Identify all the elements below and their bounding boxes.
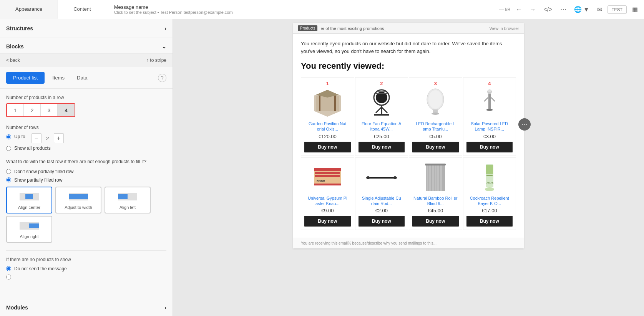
svg-rect-50 xyxy=(486,175,493,176)
tab-content[interactable]: Content xyxy=(58,0,106,19)
email-top-bar: Products er of the most exciting promoti… xyxy=(293,23,524,34)
email-footer: You are receiving this email% because/de… xyxy=(293,238,524,248)
rows-setting: Number of rows Up to − 2 + Show all prod… xyxy=(6,125,166,151)
product-name-5[interactable]: Universal Gypsum Pl aster Knau... xyxy=(304,195,351,207)
stepper-decrement[interactable]: − xyxy=(32,133,41,143)
show-partial-label: Show partially filled row xyxy=(14,177,62,183)
main-layout: Structures › Blocks ⌄ < back ↑ to stripe… xyxy=(0,19,644,316)
tab-help-button[interactable]: ? xyxy=(158,74,166,82)
up-to-radio[interactable] xyxy=(6,134,11,139)
dont-show-radio[interactable] xyxy=(6,169,11,174)
product-cell-8: ATLAS Cockroach Repellent Bayer K-O... €… xyxy=(463,157,516,230)
modules-section[interactable]: Modules › xyxy=(0,299,173,316)
no-product-2-radio[interactable] xyxy=(6,275,11,280)
svg-rect-43 xyxy=(432,164,434,191)
align-center-card[interactable]: Align center xyxy=(6,187,52,213)
product-row-2: knauf Universal Gypsum Pl aster Knau... … xyxy=(301,157,516,230)
show-all-radio-row: Show all products xyxy=(6,146,166,151)
product-price-3: €5.00 xyxy=(429,134,442,139)
buy-button-1[interactable]: Buy now xyxy=(304,142,351,152)
product-name-3[interactable]: LED Rechargeable L amp Titaniu... xyxy=(412,121,459,132)
product-image-6 xyxy=(366,162,397,193)
code-button[interactable]: </> xyxy=(541,5,554,15)
adjust-width-card[interactable]: Adjust to width xyxy=(55,187,101,213)
svg-point-24 xyxy=(432,113,439,115)
svg-point-39 xyxy=(393,176,397,179)
floating-dots-button[interactable]: ⋯ xyxy=(518,118,531,131)
number-of-rows-label: Number of rows xyxy=(6,125,166,130)
num-1-button[interactable]: 1 xyxy=(7,104,24,116)
product-name-4[interactable]: Solar Powered LED Lamp INSPIR... xyxy=(466,121,513,132)
test-button[interactable]: TEST xyxy=(607,5,627,14)
tab-data[interactable]: Data xyxy=(72,72,92,84)
blocks-header[interactable]: Blocks ⌄ xyxy=(0,38,173,54)
up-to-radio-row: Up to xyxy=(6,134,25,139)
do-not-send-radio[interactable] xyxy=(6,266,11,271)
to-stripe-button[interactable]: ↑ to stripe xyxy=(146,58,166,63)
tab-items[interactable]: Items xyxy=(48,72,69,84)
email-intro: You recently eyed products on our websit… xyxy=(301,40,516,55)
product-cell-3: 3 LED Rechargeable L amp Titaniu... xyxy=(409,77,462,156)
show-partial-radio-row: Show partially filled row xyxy=(6,177,166,183)
products-per-row-setting: Number of products in a row 1 2 3 4 xyxy=(6,95,166,117)
buy-button-5[interactable]: Buy now xyxy=(304,216,351,227)
svg-rect-42 xyxy=(429,164,431,191)
svg-rect-49 xyxy=(486,165,493,174)
view-browser-link[interactable]: View in browser xyxy=(490,26,519,31)
dont-show-label: Don't show partially filled row xyxy=(14,169,73,174)
buy-button-6[interactable]: Buy now xyxy=(359,216,405,227)
more-button[interactable]: ⋯ xyxy=(558,4,569,15)
preview-area: Products er of the most exciting promoti… xyxy=(173,19,644,316)
do-not-send-radio-row: Do not send the message xyxy=(6,266,166,271)
buy-button-8[interactable]: Buy now xyxy=(466,216,513,227)
align-right-card[interactable]: Align right xyxy=(6,216,52,243)
email-body: You recently eyed products on our websit… xyxy=(293,34,524,238)
align-center-label: Align center xyxy=(18,205,40,210)
svg-rect-35 xyxy=(314,184,341,185)
svg-point-38 xyxy=(367,176,370,179)
buy-button-2[interactable]: Buy now xyxy=(359,142,405,152)
product-price-2: €25.00 xyxy=(374,134,389,139)
show-all-radio[interactable] xyxy=(6,146,11,151)
message-subject[interactable]: Click to set the subject • Test Person t… xyxy=(114,10,488,15)
show-partial-radio[interactable] xyxy=(6,177,11,182)
email-container: Products er of the most exciting promoti… xyxy=(293,23,524,248)
up-to-label: Up to xyxy=(14,134,25,139)
buy-button-7[interactable]: Buy now xyxy=(412,216,459,227)
num-3-button[interactable]: 3 xyxy=(41,104,58,116)
back-button[interactable]: < back xyxy=(6,58,20,63)
undo-button[interactable]: ← xyxy=(513,5,524,15)
layout-button[interactable]: ▦ xyxy=(630,4,640,15)
do-not-send-label: Do not send the message xyxy=(14,266,67,271)
product-image-3 xyxy=(420,88,451,119)
top-bar-tabs: Appearance Content xyxy=(0,0,106,19)
tab-appearance[interactable]: Appearance xyxy=(0,0,58,19)
email-button[interactable]: ✉ xyxy=(595,4,604,15)
product-name-7[interactable]: Natural Bamboo Roll er Blind 6... xyxy=(412,195,459,207)
num-2-button[interactable]: 2 xyxy=(24,104,41,116)
product-cell-7: Natural Bamboo Roll er Blind 6... €45.00… xyxy=(409,157,462,230)
product-name-1[interactable]: Garden Pavilion Nat erial Oxis... xyxy=(304,121,351,132)
buy-button-3[interactable]: Buy now xyxy=(412,142,459,152)
product-image-1 xyxy=(312,88,343,119)
structures-section[interactable]: Structures › xyxy=(0,19,173,38)
left-panel: Structures › Blocks ⌄ < back ↑ to stripe… xyxy=(0,19,173,316)
buy-button-4[interactable]: Buy now xyxy=(466,142,513,152)
product-price-1: €120.00 xyxy=(319,134,337,139)
align-left-label: Align left xyxy=(120,205,136,210)
redo-button[interactable]: → xyxy=(527,5,538,15)
product-cell-2: 2 xyxy=(355,77,408,156)
stepper-increment[interactable]: + xyxy=(54,133,64,143)
align-right-icon xyxy=(18,220,41,232)
product-name-6[interactable]: Single Adjustable Cu rtain Rod... xyxy=(359,195,405,207)
product-name-8[interactable]: Cockroach Repellent Bayer K-O... xyxy=(466,195,513,207)
product-name-2[interactable]: Floor Fan Equation A Itona 45W... xyxy=(359,121,405,132)
tab-product-list[interactable]: Product list xyxy=(6,72,45,84)
products-badge: Products xyxy=(298,25,317,31)
num-4-button[interactable]: 4 xyxy=(58,104,75,116)
product-price-5: €9.00 xyxy=(321,208,334,213)
product-price-4: €3.00 xyxy=(483,134,496,139)
product-row-1: 1 Garden Pavilion Nat erial xyxy=(301,77,516,156)
align-left-card[interactable]: Align left xyxy=(105,187,151,213)
globe-button[interactable]: 🌐 ▼ xyxy=(572,4,592,15)
